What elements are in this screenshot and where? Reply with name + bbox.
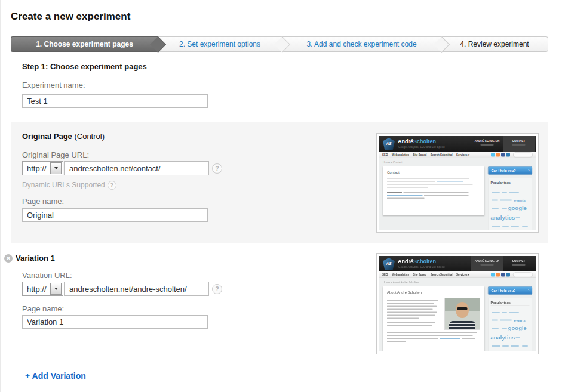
dropdown-arrow-icon[interactable] [50,162,62,174]
wizard-steps: 1. Choose experiment pages 2. Set experi… [11,36,548,52]
preview-nav-bar: SEO Webanalytics Site Speed Search Submi… [379,152,536,158]
text-line-row [387,198,480,199]
brand-name: AndréScholten [398,258,436,265]
arrow-right-icon: › [528,287,529,295]
variation-title: Variation 1 [16,254,55,263]
menu-subtext-line [481,144,494,146]
wizard-step-1[interactable]: 1. Choose experiment pages [11,36,158,52]
text-line-row [387,187,480,188]
experiment-name-input[interactable] [22,94,208,108]
experiment-name-label: Experiment name: [22,81,85,89]
content-card: Contact [383,166,484,215]
text-line-row [387,300,441,301]
preview-menu-contact: CONTACT [503,256,535,271]
text-line-row [387,178,480,179]
add-variation-link[interactable]: + Add Variation [25,371,86,381]
original-page-name-label: Page name: [22,197,64,206]
original-url-help-icon[interactable]: ? [212,163,222,174]
variation-url-label: Variation URL: [22,271,72,280]
preview-sidebar: Can I help you? › Popular tags events go… [488,166,532,230]
linkedin-icon [506,153,511,157]
original-page-title-note: (Control) [74,132,105,141]
variation-page-name-label: Page name: [22,304,64,313]
preview-site-header: AS AndréScholten Google Analytics, SEO a… [379,136,536,152]
brand-name: AndréScholten [398,138,436,145]
create-experiment-page: Create a new experiment 1. Choose experi… [0,0,562,392]
variation-page-name-input[interactable] [22,315,208,329]
text-line-row [387,184,480,185]
variation-protocol-dropdown[interactable]: http:// [22,282,63,296]
content-card: About André Scholten [383,286,484,351]
brand-tagline: Google Analytics, SEO and Site Speed [398,146,445,149]
text-line-row [387,309,441,310]
popular-tags-panel: Popular tags events google analytics [488,178,532,230]
preview-top-menu: ANDRÉ SCHOLTEN CONTACT [471,256,535,271]
dynamic-urls-note: Dynamic URLs Supported? [22,181,116,190]
wizard-step-3[interactable]: 3. Add and check experiment code [282,36,441,52]
original-page-title: Original Page (Control) [22,132,105,141]
text-line-row [387,322,441,323]
breadcrumb: Home » About André Scholten [383,281,532,284]
menu-subtext-line [481,264,494,266]
text-line-row [387,306,441,307]
original-url-label: Original Page URL: [22,150,89,159]
breadcrumb: Home » Contact [383,161,532,164]
variation-url-row: http:// [22,282,209,296]
sunglasses [457,307,468,310]
preview-top-menu: ANDRÉ SCHOLTEN CONTACT [471,136,535,152]
preview-menu-andre: ANDRÉ SCHOLTEN [471,256,503,271]
step1-heading: Step 1: Choose experiment pages [22,62,147,71]
variation-url-help-icon[interactable]: ? [212,284,222,294]
search-box [513,272,533,277]
preview-menu-contact: CONTACT [503,136,535,152]
original-protocol-dropdown[interactable]: http:// [22,161,63,175]
menu-subtext-line [512,264,526,266]
text-line-row [387,335,480,337]
striped-shirt [449,321,475,329]
text-line-row [387,303,441,304]
twitter-icon [491,273,495,277]
original-page-thumbnail: AS AndréScholten Google Analytics, SEO a… [376,133,539,233]
preview-nav-bar: SEO Webanalytics Site Speed Search Submi… [379,271,536,278]
search-box [513,152,533,157]
popular-tags-title: Popular tags [491,181,530,187]
text-line-row [387,341,480,342]
text-line-row [387,325,441,326]
section-divider [11,366,548,366]
tag-cloud: events google analytics site speed tools [491,308,530,351]
page-title: Create a new experiment [11,11,130,23]
preview-sidebar: Can I help you? › Popular tags events go… [488,286,532,351]
popular-tags-panel: Popular tags events google analytics [488,298,532,351]
brand-tagline: Google Analytics, SEO and Site Speed [398,266,445,268]
variation-protocol-value: http:// [23,285,47,294]
facebook-icon [501,273,505,277]
variation-url-input[interactable] [64,282,209,296]
popular-tags-title: Popular tags [491,301,530,307]
text-line-row [387,338,480,339]
text-line-row [387,192,480,193]
original-protocol-value: http:// [23,164,47,173]
rss-icon [496,273,500,277]
text-line-row [387,315,441,316]
text-line-row [387,318,441,319]
original-url-row: http:// [22,161,209,175]
dynamic-urls-note-text: Dynamic URLs Supported [22,181,105,189]
text-line-row [387,195,480,196]
tag-cloud: events google analytics site speed tools [491,189,530,230]
original-url-input[interactable] [64,161,209,175]
wizard-step-4[interactable]: 4. Review experiment [441,36,548,52]
rss-icon [496,153,500,157]
text-line-row [387,181,480,182]
wizard-step-2[interactable]: 2. Set experiment options [158,36,282,52]
linkedin-icon [506,273,511,277]
variation-page-thumbnail: AS AndréScholten Google Analytics, SEO a… [376,253,539,354]
content-heading: About André Scholten [387,290,480,294]
facebook-icon [501,153,505,157]
remove-variation-icon[interactable]: ✕ [4,254,13,263]
menu-subtext-line [512,144,526,146]
dynamic-urls-help-icon[interactable]: ? [108,181,116,190]
brand-logo-icon: AS [383,258,395,270]
content-heading: Contact [387,170,480,174]
original-page-name-input[interactable] [22,208,208,222]
dropdown-arrow-icon[interactable] [50,283,62,295]
